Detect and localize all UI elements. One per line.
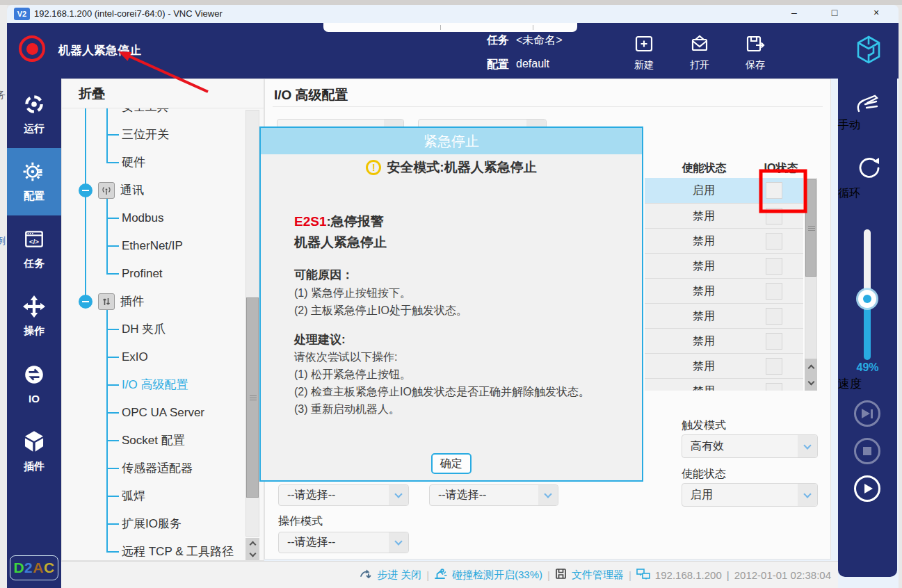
- chevron-up-icon: [249, 541, 256, 548]
- tree-item-sensor-adapter[interactable]: 传感器适配器: [62, 455, 243, 482]
- play-button[interactable]: [854, 475, 880, 502]
- cycle-label: 循环: [838, 186, 897, 201]
- open-button[interactable]: 打开: [677, 33, 722, 72]
- io-state-checkbox[interactable]: [766, 308, 782, 325]
- trigger-mode-dropdown[interactable]: 高有效: [682, 434, 818, 458]
- io-icon: [23, 364, 45, 389]
- tree-item-exio[interactable]: ExIO: [62, 343, 243, 371]
- io-state-checkbox[interactable]: [766, 258, 782, 275]
- warning-icon: !: [366, 160, 381, 175]
- sidebar-item-io[interactable]: IO: [7, 350, 61, 418]
- tree-item-safety-tools[interactable]: 安全工具: [62, 108, 243, 121]
- tree-item-remote-tcp-toolpath[interactable]: 远程 TCP & 工具路径: [62, 538, 243, 560]
- tree-node-communication[interactable]: 通讯: [62, 177, 243, 204]
- operation-mode-label: 操作模式: [278, 514, 323, 529]
- operation-mode-dropdown[interactable]: --请选择--: [278, 532, 409, 553]
- chevron-down-icon: [249, 550, 256, 557]
- file-manager-link[interactable]: 文件管理器: [572, 569, 624, 582]
- table-row[interactable]: 禁用: [645, 228, 803, 253]
- tree-item-opc-ua-server[interactable]: OPC UA Server: [62, 399, 243, 427]
- table-row[interactable]: 禁用: [645, 203, 803, 228]
- tree-item-extended-io-service[interactable]: 扩展IO服务: [62, 510, 243, 538]
- io-state-checkbox[interactable]: [766, 383, 782, 391]
- suggestion-item: (2) 检查主板紧急停止IO触发状态是否正确并解除触发状态。: [294, 385, 590, 400]
- chevron-up-icon: [807, 364, 814, 371]
- run-icon: [23, 93, 45, 118]
- select-dropdown-2[interactable]: --请选择--: [429, 484, 558, 506]
- table-row[interactable]: 禁用: [645, 303, 803, 328]
- svg-text:</>: </>: [29, 238, 39, 245]
- table-row[interactable]: 禁用: [645, 353, 803, 378]
- task-icon: </>: [23, 228, 45, 253]
- table-row[interactable]: 禁用: [645, 278, 803, 303]
- table-row[interactable]: 禁用: [645, 378, 803, 391]
- tree-item-three-position-switch[interactable]: 三位开关: [62, 121, 243, 149]
- tree-item-arc-welding[interactable]: 弧焊: [62, 482, 243, 510]
- io-state-checkbox[interactable]: [766, 182, 782, 199]
- config-value: default: [516, 58, 549, 70]
- sidebar-item-run[interactable]: 运行: [7, 81, 61, 148]
- tree-scrollbar-thumb[interactable]: [246, 297, 259, 498]
- tree-item-profinet[interactable]: Profinet: [62, 260, 243, 288]
- table-row[interactable]: 禁用: [645, 253, 803, 278]
- ok-button[interactable]: 确定: [431, 453, 472, 474]
- io-state-checkbox[interactable]: [766, 233, 782, 250]
- brand-logo-icon: [854, 35, 883, 68]
- chevron-down-icon: [389, 532, 408, 553]
- dialog-alert-row: ! 安全模式:机器人紧急停止: [261, 158, 642, 177]
- collision-detect-status[interactable]: 碰撞检测开启(33%): [452, 569, 542, 582]
- tree-scroll-down-button[interactable]: [245, 549, 259, 560]
- open-icon: [689, 33, 710, 57]
- sidebar-item-plugin[interactable]: 插件: [7, 418, 61, 485]
- tree-item-ethernet-ip[interactable]: EtherNet/IP: [62, 232, 243, 260]
- tree-collapse-header[interactable]: 折叠: [62, 79, 264, 108]
- stop-button[interactable]: [854, 438, 880, 464]
- tree-item-hardware[interactable]: 硬件: [62, 149, 243, 177]
- minimize-button[interactable]: –: [782, 6, 806, 19]
- vnc-toolbar-tab[interactable]: [323, 23, 577, 32]
- chevron-down-icon: [798, 484, 817, 506]
- new-button[interactable]: 新建: [622, 33, 666, 72]
- error-subtitle: 机器人紧急停止: [294, 234, 387, 252]
- tree-node-plugins[interactable]: 插件: [62, 288, 243, 316]
- io-state-checkbox[interactable]: [766, 358, 782, 375]
- sidebar-item-config[interactable]: 配置: [7, 148, 61, 215]
- close-button[interactable]: ×: [864, 6, 888, 19]
- io-state-checkbox[interactable]: [766, 333, 782, 350]
- step-forward-button[interactable]: [854, 400, 880, 427]
- manual-mode-icon[interactable]: [853, 90, 883, 118]
- table-row[interactable]: 禁用: [645, 328, 803, 353]
- table-row[interactable]: 启用: [645, 178, 803, 203]
- tree-item-dh-gripper[interactable]: DH 夹爪: [62, 316, 243, 343]
- table-scroll-down-button[interactable]: [805, 375, 817, 391]
- dialog-title: 紧急停止: [261, 128, 642, 154]
- table-scroll-up-button[interactable]: [805, 359, 817, 375]
- step-mode-status[interactable]: 步进 关闭: [377, 569, 421, 582]
- sidebar-item-jog[interactable]: 操作: [7, 283, 61, 350]
- task-value: <未命名>: [516, 33, 563, 48]
- error-code-line: E2S1:急停报警: [294, 213, 384, 231]
- speed-slider-thumb[interactable]: [858, 290, 876, 308]
- background-window-left-sliver: 务 例: [0, 5, 7, 588]
- tree-item-modbus[interactable]: Modbus: [62, 204, 243, 232]
- sidebar-item-task[interactable]: </> 任务: [7, 215, 61, 283]
- table-scrollbar-thumb[interactable]: [805, 179, 816, 277]
- jog-icon: [23, 295, 45, 320]
- tree-item-socket-config[interactable]: Socket 配置: [62, 427, 243, 455]
- collapse-minus-icon[interactable]: [79, 183, 92, 197]
- enable-state-dropdown[interactable]: 启用: [682, 483, 818, 507]
- select-dropdown-1[interactable]: --请选择--: [278, 484, 409, 506]
- tree-scroll-up-button[interactable]: [245, 538, 259, 549]
- maximize-button[interactable]: □: [823, 6, 846, 19]
- system-time: 2012-01-01 02:38:04: [734, 569, 831, 581]
- collapse-minus-icon[interactable]: [79, 295, 92, 309]
- save-button[interactable]: 保存: [733, 33, 778, 72]
- cycle-icon[interactable]: [853, 153, 883, 186]
- tree-item-io-advanced-config[interactable]: I/O 高级配置: [62, 371, 243, 399]
- io-state-checkbox[interactable]: [766, 208, 782, 224]
- enable-state-label: 使能状态: [682, 467, 726, 482]
- io-state-checkbox[interactable]: [766, 283, 782, 300]
- speed-slider-track-lower[interactable]: [864, 300, 871, 360]
- screen: 务 例 V2 192.168.1.200 (intel-corei7-64:0)…: [0, 0, 902, 588]
- tree-body: 安全工具 三位开关 硬件 通讯 Modbus EtherNet/IP Profi…: [62, 108, 264, 560]
